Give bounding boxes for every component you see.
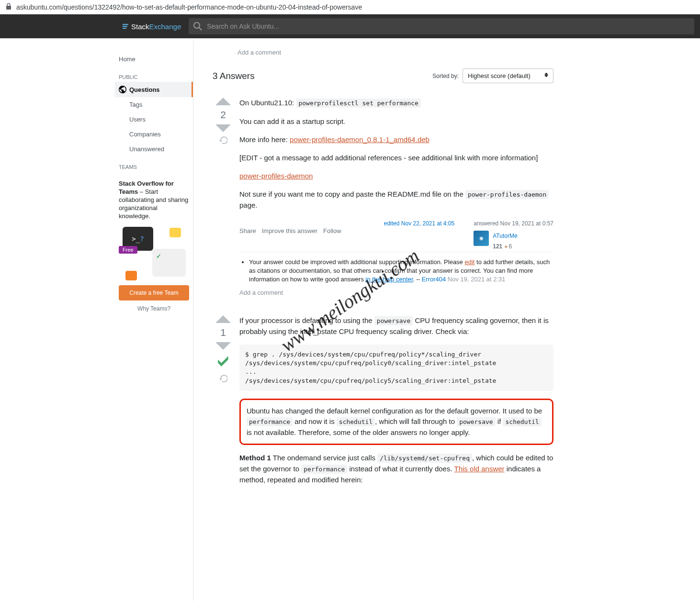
- comment-item: Your answer could be improved with addit…: [249, 257, 553, 285]
- inline-code: performance: [301, 465, 347, 474]
- sort-select[interactable]: Highest score (default): [463, 68, 553, 83]
- user-avatar[interactable]: ◉: [474, 231, 489, 246]
- vote-column: 2: [213, 98, 234, 306]
- downvote-button[interactable]: [215, 342, 231, 350]
- post-footer: Share Improve this answer Follow edited …: [239, 218, 553, 252]
- main-content: Add a comment 3 Answers Sorted by: Highe…: [201, 38, 565, 512]
- globe-icon: [119, 86, 126, 93]
- highlighted-box: Ubuntu has changed the default kernel co…: [239, 399, 553, 445]
- teams-promo: Stack Overflow for Teams – Start collabo…: [115, 172, 193, 320]
- add-comment-link[interactable]: Add a comment: [213, 46, 553, 64]
- comment-time: Nov 19, 2021 at 2:31: [448, 276, 506, 283]
- url-text: askubuntu.com/questions/1322492/how-to-s…: [16, 3, 362, 11]
- vote-count: 1: [220, 327, 226, 338]
- topbar: StackExchange: [0, 14, 700, 38]
- add-comment-link[interactable]: Add a comment: [239, 285, 553, 306]
- left-sidebar: Home PUBLIC Questions Tags Users Compani…: [115, 40, 193, 512]
- search-icon: [193, 22, 202, 31]
- answers-count: 3 Answers: [213, 71, 255, 81]
- upvote-button[interactable]: [215, 98, 231, 105]
- teams-title: Stack Overflow for Teams – Start collabo…: [119, 179, 189, 220]
- user-card: answered Nov 19, 2021 at 0:57 ◉ ATutorMe…: [474, 218, 553, 252]
- user-name-link[interactable]: ATutorMe: [493, 231, 517, 241]
- stackexchange-logo[interactable]: StackExchange: [123, 22, 181, 31]
- create-team-button[interactable]: Create a free Team: [119, 285, 189, 300]
- why-teams-link[interactable]: Why Teams?: [119, 305, 189, 312]
- deb-link[interactable]: power-profiles-daemon_0.8.1-1_amd64.deb: [290, 135, 429, 144]
- follow-link[interactable]: Follow: [323, 226, 341, 236]
- nav-heading-teams: TEAMS: [115, 156, 193, 172]
- answer-body: If your processor is defaulting to using…: [239, 315, 553, 493]
- comments: Your answer could be improved with addit…: [239, 252, 553, 285]
- code-block: $ grep . /sys/devices/system/cpu/cpufreq…: [239, 345, 553, 391]
- help-center-link[interactable]: in the help center: [366, 276, 413, 283]
- improve-link[interactable]: Improve this answer: [262, 226, 317, 236]
- nav-heading-public: PUBLIC: [115, 67, 193, 82]
- address-bar: askubuntu.com/questions/1322492/how-to-s…: [0, 0, 700, 14]
- accepted-check-icon: [215, 354, 231, 370]
- answered-time: answered Nov 19, 2021 at 0:57: [474, 218, 553, 229]
- inline-code: /lib/systemd/set-cpufreq: [377, 454, 472, 463]
- lock-icon: [6, 3, 11, 11]
- nav-users[interactable]: Users: [115, 112, 193, 127]
- history-icon[interactable]: [219, 136, 227, 146]
- post-actions: Share Improve this answer Follow: [239, 226, 341, 236]
- vote-column: 1: [213, 315, 234, 493]
- inline-code: power-profiles-daemon: [465, 190, 549, 199]
- nav-questions[interactable]: Questions: [115, 82, 193, 97]
- teams-illustration: >_? Free: [119, 225, 186, 280]
- user-reputation: 1216: [493, 241, 517, 252]
- edited-link[interactable]: edited Nov 22, 2021 at 4:05: [384, 218, 454, 252]
- vote-count: 2: [220, 109, 226, 121]
- nav-tags[interactable]: Tags: [115, 97, 193, 112]
- answers-header: 3 Answers Sorted by: Highest score (defa…: [213, 64, 553, 90]
- se-icon: [123, 24, 128, 29]
- ppd-link[interactable]: power-profiles-daemon: [239, 172, 313, 180]
- inline-code: powersave: [374, 316, 413, 325]
- search-input[interactable]: [202, 19, 689, 34]
- nav-unanswered[interactable]: Unanswered: [115, 142, 193, 156]
- share-link[interactable]: Share: [239, 226, 256, 236]
- downvote-button[interactable]: [215, 124, 231, 132]
- answer-body: On Ubuntu21.10: powerprofilesctl set per…: [239, 98, 553, 306]
- nav-companies[interactable]: Companies: [115, 127, 193, 142]
- history-icon[interactable]: [219, 374, 227, 384]
- upvote-button[interactable]: [215, 315, 231, 323]
- comment-edit-link[interactable]: edit: [464, 258, 474, 266]
- inline-code: powerprofilesctl set performance: [296, 99, 420, 108]
- commenter-link[interactable]: Error404: [422, 276, 446, 283]
- old-answer-link[interactable]: This old answer: [454, 465, 505, 473]
- sort-label: Sorted by:: [432, 73, 459, 79]
- nav-home[interactable]: Home: [115, 52, 193, 67]
- answer-2: 1 If your processor is defaulting to usi…: [213, 313, 553, 501]
- sort-control: Sorted by: Highest score (default): [432, 68, 553, 83]
- search-wrapper[interactable]: [189, 18, 694, 34]
- answer-1: 2 On Ubuntu21.10: powerprofilesctl set p…: [213, 90, 553, 313]
